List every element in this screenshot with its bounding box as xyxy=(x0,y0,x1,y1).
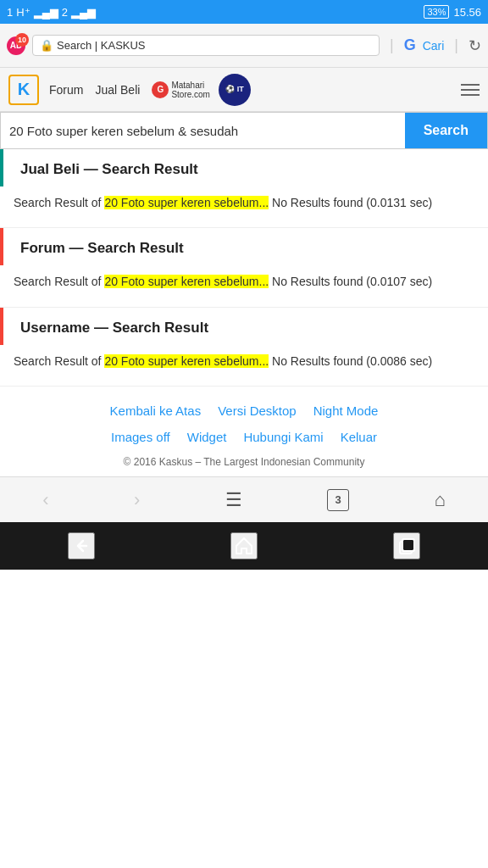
search-input[interactable] xyxy=(1,113,405,148)
username-suffix: No Results found (0.0086 sec) xyxy=(269,354,432,368)
android-recent-button[interactable] xyxy=(393,532,420,559)
forward-button[interactable]: › xyxy=(134,489,140,511)
username-header: Username — Search Result xyxy=(0,308,488,345)
forum-prefix: Search Result of xyxy=(14,275,104,288)
sim2-icon: 2 xyxy=(62,6,68,19)
widget-link[interactable]: Widget xyxy=(187,430,227,444)
forum-title: Forum — Search Result xyxy=(14,240,184,257)
forum-section: Forum — Search Result Search Result of 2… xyxy=(0,228,488,307)
signal2-icon: ▂▄▆ xyxy=(71,6,96,19)
url-bar[interactable]: 🔒 Search | KASKUS xyxy=(32,35,380,56)
jual-beli-suffix: No Results found (0.0131 sec) xyxy=(269,196,432,209)
back-button[interactable]: ‹ xyxy=(42,489,48,511)
footer-row-1: Kembali ke Atas Versi Desktop Night Mode xyxy=(14,403,474,418)
google-search-label[interactable]: Cari xyxy=(423,39,445,53)
refresh-icon[interactable]: ↻ xyxy=(469,36,481,55)
keluar-link[interactable]: Keluar xyxy=(341,430,377,444)
username-prefix: Search Result of xyxy=(14,354,104,368)
versi-desktop-link[interactable]: Versi Desktop xyxy=(218,403,297,418)
android-home-button[interactable] xyxy=(230,532,258,559)
ad-badge: AD 10 xyxy=(7,36,25,55)
svg-rect-1 xyxy=(402,539,414,551)
status-right-icons: 33% 15.56 xyxy=(424,5,481,19)
browser-bar: AD 10 🔒 Search | KASKUS | G Cari | ↻ xyxy=(0,24,488,68)
search-bar: Search xyxy=(0,112,488,149)
forum-body: Search Result of 20 Foto super keren seb… xyxy=(0,265,488,307)
jual-beli-title: Jual Beli — Search Result xyxy=(14,161,198,178)
browser-nav-bar: ‹ › ☰ 3 ⌂ xyxy=(0,476,488,522)
time-display: 15.56 xyxy=(453,6,481,19)
android-nav-bar xyxy=(0,522,488,570)
page-title: Search | KASKUS xyxy=(57,39,372,52)
sim1-icon: 1 xyxy=(7,6,13,19)
forum-header: Forum — Search Result xyxy=(0,228,488,265)
images-off-link[interactable]: Images off xyxy=(111,430,170,444)
lock-icon: 🔒 xyxy=(40,39,53,52)
username-highlight: 20 Foto super keren sebelum... xyxy=(104,354,269,368)
notification-badge: 10 xyxy=(15,33,29,47)
hamburger-menu[interactable] xyxy=(461,84,480,96)
forum-link[interactable]: Forum xyxy=(49,83,83,97)
forum-highlight: 20 Foto super keren sebelum... xyxy=(104,275,269,288)
hubungi-link[interactable]: Hubungi Kami xyxy=(243,430,323,444)
jual-beli-highlight: 20 Foto super keren sebelum... xyxy=(104,196,269,209)
username-section: Username — Search Result Search Result o… xyxy=(0,308,488,387)
separator1: | xyxy=(390,36,394,54)
menu-button[interactable]: ☰ xyxy=(225,489,242,511)
kaskus-logo[interactable]: K xyxy=(8,75,39,105)
status-left-icons: 1 H⁺ ▂▄▆ 2 ▂▄▆ xyxy=(7,6,96,19)
forum-suffix: No Results found (0.0107 sec) xyxy=(269,275,432,288)
signal1-icon: ▂▄▆ xyxy=(34,6,58,19)
kaskus-logo-letter: K xyxy=(18,80,30,99)
kembali-link[interactable]: Kembali ke Atas xyxy=(110,403,202,418)
jual-beli-link[interactable]: Jual Beli xyxy=(95,83,140,97)
google-logo: G xyxy=(404,36,416,54)
separator2: | xyxy=(454,36,458,54)
jual-beli-body: Search Result of 20 Foto super keren seb… xyxy=(0,186,488,228)
jual-beli-section: Jual Beli — Search Result Search Result … xyxy=(0,149,488,228)
jual-beli-header: Jual Beli — Search Result xyxy=(0,149,488,186)
username-title: Username — Search Result xyxy=(14,320,208,337)
network1-icon: H⁺ xyxy=(16,6,30,19)
status-bar: 1 H⁺ ▂▄▆ 2 ▂▄▆ 33% 15.56 xyxy=(0,0,488,24)
copyright-text: © 2016 Kaskus – The Largest Indonesian C… xyxy=(14,456,474,468)
matahari-store-logo[interactable]: G Matahari Store.com xyxy=(152,81,210,99)
footer-row-2: Images off Widget Hubungi Kami Keluar xyxy=(14,430,474,444)
home-button[interactable]: ⌂ xyxy=(434,489,445,511)
jual-beli-prefix: Search Result of xyxy=(14,196,104,209)
nav-bar: K Forum Jual Beli G Matahari Store.com ⚽… xyxy=(0,68,488,112)
battery-icon: 33% xyxy=(424,5,449,19)
android-back-button[interactable] xyxy=(68,532,95,559)
footer: Kembali ke Atas Versi Desktop Night Mode… xyxy=(0,387,488,476)
sundul-italia-logo[interactable]: ⚽ IT xyxy=(219,74,251,106)
night-mode-link[interactable]: Night Mode xyxy=(313,403,379,418)
search-results: Jual Beli — Search Result Search Result … xyxy=(0,149,488,387)
tab-count[interactable]: 3 xyxy=(327,489,349,511)
username-body: Search Result of 20 Foto super keren seb… xyxy=(0,345,488,387)
search-button[interactable]: Search xyxy=(405,113,487,148)
